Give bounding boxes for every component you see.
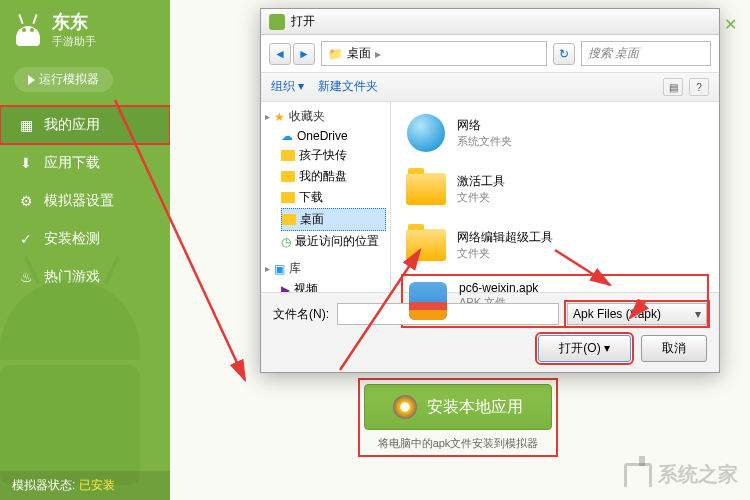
app-logo: 东东 手游助手: [0, 0, 170, 59]
back-button[interactable]: ◄: [269, 43, 291, 65]
close-icon[interactable]: ✕: [724, 15, 737, 34]
folder-icon: [281, 150, 295, 161]
star-icon: ★: [274, 110, 285, 124]
nav-emulator-settings[interactable]: ⚙ 模拟器设置: [0, 182, 170, 220]
file-list: 网络系统文件夹 激活工具文件夹 网络编辑超级工具文件夹 pc6-weixin.a…: [391, 102, 719, 292]
refresh-button[interactable]: ↻: [553, 43, 575, 65]
folder-icon: [406, 173, 446, 205]
app-subtitle: 手游助手: [52, 34, 96, 49]
address-bar: ◄ ► 📁 桌面 ▸ ↻ 搜索 桌面: [261, 35, 719, 73]
android-robot-bg: [0, 250, 170, 470]
forward-button[interactable]: ►: [293, 43, 315, 65]
file-open-dialog: 打开 ✕ ◄ ► 📁 桌面 ▸ ↻ 搜索 桌面 组织 ▾ 新建文件夹 ▤ ? ▸…: [260, 8, 720, 373]
folder-icon: [281, 171, 295, 182]
cloud-icon: ☁: [281, 129, 293, 143]
folder-icon: [406, 229, 446, 261]
folder-icon: [282, 214, 296, 225]
path-field[interactable]: 📁 桌面 ▸: [321, 41, 547, 66]
dialog-titlebar[interactable]: 打开: [261, 9, 719, 35]
folder-icon: 📁: [328, 47, 343, 61]
file-folder[interactable]: 网络编辑超级工具文件夹: [401, 220, 709, 270]
dialog-toolbar: 组织 ▾ 新建文件夹 ▤ ?: [261, 73, 719, 102]
android-logo-icon: [12, 14, 44, 46]
download-icon: ⬇: [18, 155, 34, 171]
favorites-header[interactable]: ▸★ 收藏夹: [265, 108, 386, 125]
help-button[interactable]: ?: [689, 78, 709, 96]
new-folder-button[interactable]: 新建文件夹: [318, 78, 378, 96]
filename-label: 文件名(N):: [273, 306, 329, 323]
view-mode-button[interactable]: ▤: [663, 78, 683, 96]
search-input[interactable]: 搜索 桌面: [581, 41, 711, 66]
filename-input[interactable]: [337, 303, 559, 325]
libraries-header[interactable]: ▸▣ 库: [265, 260, 386, 277]
dialog-footer: 文件名(N): Apk Files (*.apk) ▾ 打开(O) ▾ 取消: [261, 292, 719, 372]
grid-icon: ▦: [18, 117, 34, 133]
apk-icon: [409, 282, 447, 320]
tree-item[interactable]: 孩子快传: [281, 145, 386, 166]
folder-tree: ▸★ 收藏夹 ☁OneDrive 孩子快传 我的酷盘 下载 桌面 ◷最近访问的位…: [261, 102, 391, 292]
dialog-app-icon: [269, 14, 285, 30]
install-local-area: 安装本地应用 将电脑中的apk文件安装到模拟器: [360, 380, 556, 455]
tree-videos[interactable]: ▶视频: [281, 279, 386, 292]
play-icon: [28, 75, 35, 85]
nav-app-download[interactable]: ⬇ 应用下载: [0, 144, 170, 182]
folder-icon: [281, 192, 295, 203]
filetype-filter[interactable]: Apk Files (*.apk) ▾: [567, 303, 707, 325]
open-button[interactable]: 打开(O) ▾: [538, 335, 631, 362]
video-icon: ▶: [281, 283, 290, 293]
network-icon: [407, 114, 445, 152]
tree-recent[interactable]: ◷最近访问的位置: [281, 231, 386, 252]
tree-downloads[interactable]: 下载: [281, 187, 386, 208]
watermark-icon: [624, 463, 652, 487]
disc-icon: [393, 395, 417, 419]
tree-desktop[interactable]: 桌面: [281, 208, 386, 231]
tree-item[interactable]: 我的酷盘: [281, 166, 386, 187]
emulator-status: 模拟器状态: 已安装: [0, 471, 170, 500]
sidebar: 东东 手游助手 运行模拟器 ▦ 我的应用 ⬇ 应用下载 ⚙ 模拟器设置 ✓ 安装…: [0, 0, 170, 500]
nav-my-apps[interactable]: ▦ 我的应用: [0, 106, 170, 144]
watermark: 系统之家: [624, 461, 738, 488]
dialog-title: 打开: [291, 13, 315, 30]
library-icon: ▣: [274, 262, 285, 276]
install-local-button[interactable]: 安装本地应用: [364, 384, 552, 430]
recent-icon: ◷: [281, 235, 291, 249]
install-hint: 将电脑中的apk文件安装到模拟器: [364, 436, 552, 451]
organize-menu[interactable]: 组织 ▾: [271, 78, 304, 96]
run-emulator-button[interactable]: 运行模拟器: [14, 67, 113, 92]
file-folder[interactable]: 激活工具文件夹: [401, 164, 709, 214]
tree-onedrive[interactable]: ☁OneDrive: [281, 127, 386, 145]
gear-icon: ⚙: [18, 193, 34, 209]
app-name: 东东: [52, 10, 96, 34]
cancel-button[interactable]: 取消: [641, 335, 707, 362]
check-icon: ✓: [18, 231, 34, 247]
file-network[interactable]: 网络系统文件夹: [401, 108, 709, 158]
